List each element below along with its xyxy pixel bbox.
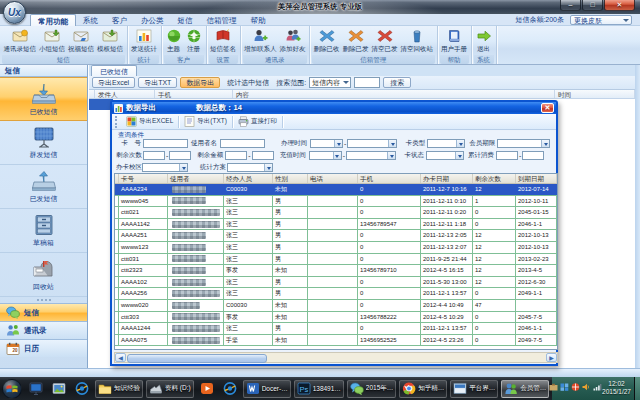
- export-table-row[interactable]: AAAA075手坚未知134569525252012-4-5 23:260204…: [115, 335, 557, 347]
- ribbon-button[interactable]: 用户手册: [440, 27, 469, 54]
- start-button[interactable]: [2, 379, 22, 399]
- taskbar-item-知乎精…[interactable]: 知乎精…: [399, 380, 447, 398]
- sms-col-手机[interactable]: 手机: [155, 90, 233, 98]
- export-table-row[interactable]: wwww045张三男02011-12-11 0:1012012-10-11: [115, 196, 557, 208]
- ribbon-tab-3[interactable]: 客户: [105, 14, 134, 26]
- export-table-row[interactable]: wwww020C00030未知02012-4-4 10:4947: [115, 300, 557, 312]
- scroll-right-button[interactable]: ▶: [546, 353, 557, 362]
- taskbar-item-ie[interactable]: [220, 380, 240, 398]
- export-table-row[interactable]: cttt2323事发未知134567897102012-4-5 16:15122…: [115, 265, 557, 277]
- taskbar-item-138491…[interactable]: Ps138491…: [294, 380, 344, 398]
- taskbar-item-会员管…[interactable]: 会员管…: [501, 380, 549, 398]
- export-col-性别[interactable]: 性别: [273, 174, 308, 183]
- query-combo[interactable]: [309, 151, 342, 160]
- ribbon-tab-6[interactable]: 信箱管理: [200, 14, 244, 26]
- maximize-button[interactable]: □: [582, 0, 603, 11]
- query-combo[interactable]: [497, 139, 550, 148]
- ribbon-button[interactable]: 清空已发: [370, 27, 399, 54]
- dialog-toolbar-button-3[interactable]: 直接打印: [233, 115, 282, 129]
- taskbar-item-知识经验[interactable]: 知识经验: [95, 380, 143, 398]
- export-table-row[interactable]: AAAA1142张三男134567895472011-12-11 1:18020…: [115, 219, 557, 231]
- taskbar-clock[interactable]: 12:02 2015/1/27: [600, 380, 633, 396]
- export-table-row[interactable]: AAAA1244张三男02011-12-1 13:5702046-1-1: [115, 323, 557, 335]
- close-button[interactable]: ✕: [604, 0, 635, 11]
- export-txt-button[interactable]: 导出TXT: [138, 77, 177, 88]
- taskbar-item-player[interactable]: [197, 380, 217, 398]
- ribbon-button[interactable]: 发送统计: [130, 27, 159, 54]
- export-table-row[interactable]: cttt031张三男02011-9-25 21:44122013-02-23: [115, 254, 557, 266]
- export-col-卡号[interactable]: 卡号: [119, 174, 168, 183]
- export-table-row[interactable]: AAAA251张三男02011-12-13 2:05122012-10-13: [115, 230, 557, 242]
- ribbon-button[interactable]: 短信签名: [209, 27, 238, 54]
- ribbon-button[interactable]: 模板短信: [96, 27, 125, 54]
- query-text-input[interactable]: [522, 151, 544, 160]
- search-input[interactable]: [354, 77, 380, 88]
- search-button[interactable]: 搜索: [383, 77, 411, 88]
- sidebar-item-回收站[interactable]: 回收站: [0, 253, 87, 297]
- data-export-button[interactable]: 数据导出: [180, 77, 220, 88]
- export-col-经办人员[interactable]: 经办人员: [224, 174, 273, 183]
- export-col-电话[interactable]: 电话: [308, 174, 358, 183]
- query-text-input[interactable]: [169, 151, 191, 160]
- dialog-title-bar[interactable]: 数据导出 数据总数：14 ✕: [112, 102, 556, 114]
- query-combo[interactable]: [427, 139, 465, 148]
- taskbar-item-Docer-…[interactable]: Docer-…: [243, 380, 291, 398]
- sms-col-内容[interactable]: 内容: [233, 90, 555, 98]
- ribbon-tab-2[interactable]: 系统: [76, 14, 105, 26]
- ribbon-tab-7[interactable]: 帮助: [244, 14, 273, 26]
- ribbon-button[interactable]: 删除已收: [312, 27, 341, 54]
- ribbon-button[interactable]: 添加好友: [278, 27, 307, 54]
- sms-col-发件人[interactable]: 发件人: [95, 90, 155, 98]
- horizontal-scrollbar[interactable]: ◀ ▶: [114, 352, 558, 363]
- export-excel-button[interactable]: 导出Excel: [92, 77, 135, 88]
- ribbon-tab-4[interactable]: 办公类: [134, 14, 171, 26]
- ribbon-button[interactable]: 祝福短信: [67, 27, 96, 54]
- ribbon-button[interactable]: 清空回收站: [399, 27, 435, 54]
- sidebar-nav-短信[interactable]: 短信: [0, 303, 87, 321]
- taskbar-item-ie[interactable]: [72, 380, 92, 398]
- export-col-剩余次数[interactable]: 剩余次数: [473, 174, 516, 183]
- export-table-row[interactable]: AAAA256张三男02011-12-1 13:5702049-1-1: [115, 288, 557, 300]
- ribbon-tab-5[interactable]: 短信: [171, 14, 200, 26]
- query-text-input[interactable]: [496, 151, 518, 160]
- sms-col-时间[interactable]: 时间: [555, 90, 635, 98]
- ribbon-button[interactable]: 删除已发: [341, 27, 370, 54]
- sidebar-nav-日历[interactable]: 20日历: [0, 339, 87, 357]
- export-table-row[interactable]: AAAA234C00030未知02011-12-7 10:16122012-07…: [115, 184, 557, 196]
- query-text-input[interactable]: [143, 139, 188, 148]
- tab-received-sms[interactable]: 已收短信: [91, 65, 137, 76]
- sidebar-item-已发短信[interactable]: 已发短信: [0, 165, 87, 209]
- dialog-toolbar-button-1[interactable]: 导出EXCEL: [121, 115, 178, 129]
- app-orb-button[interactable]: Ux: [3, 1, 26, 24]
- ribbon-tab-1[interactable]: 常用功能: [30, 14, 76, 26]
- query-text-input[interactable]: [143, 151, 165, 160]
- taskbar-item-资料 (D:)[interactable]: 资料 (D:): [146, 380, 194, 398]
- query-combo[interactable]: [347, 139, 397, 148]
- ribbon-button[interactable]: 退出: [474, 27, 494, 54]
- dialog-toolbar-button-2[interactable]: 导出(TXT): [179, 115, 232, 129]
- taskbar-item-2015年…[interactable]: 2015年…: [347, 380, 396, 398]
- search-scope-select[interactable]: 短信内容: [309, 77, 351, 88]
- ribbon-button[interactable]: 主题: [164, 27, 184, 54]
- export-table-row[interactable]: cttt021张三男02011-12-11 0:2002045-01-15: [115, 207, 557, 219]
- export-col-使用者[interactable]: 使用者: [168, 174, 224, 183]
- export-table-row[interactable]: AAAA102张三男02011-5-30 13:00122012-6-30: [115, 277, 557, 289]
- taskbar-item-pc[interactable]: [26, 380, 46, 398]
- taskbar-item-photo[interactable]: [49, 380, 69, 398]
- ribbon-button[interactable]: 增加联系人: [243, 27, 279, 54]
- query-text-input[interactable]: [220, 139, 265, 148]
- query-combo[interactable]: [346, 151, 396, 160]
- sidebar-item-已收短信[interactable]: 已收短信: [0, 77, 87, 121]
- query-text-input[interactable]: [225, 151, 247, 160]
- skin-selector[interactable]: 更换皮肤: [570, 15, 632, 25]
- sidebar-item-草稿箱[interactable]: 草稿箱: [0, 209, 87, 253]
- export-col-手机[interactable]: 手机: [358, 174, 421, 183]
- export-table-row[interactable]: wwww123张三男02011-12-13 2:07122012-10-13: [115, 242, 557, 254]
- query-combo[interactable]: [142, 163, 188, 172]
- query-text-input[interactable]: [252, 151, 274, 160]
- ribbon-button[interactable]: 通讯录短信: [2, 27, 38, 54]
- minimize-button[interactable]: –: [560, 0, 581, 11]
- dialog-close-button[interactable]: ✕: [541, 103, 554, 113]
- query-combo[interactable]: [310, 139, 343, 148]
- query-combo[interactable]: [426, 151, 464, 160]
